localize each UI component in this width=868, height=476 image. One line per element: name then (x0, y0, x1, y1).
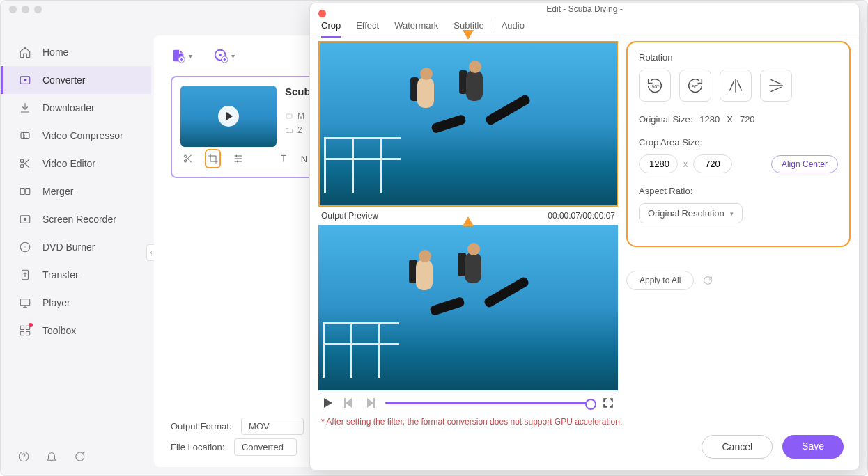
sidebar-item-home[interactable]: Home (1, 38, 151, 66)
sidebar-item-downloader[interactable]: Downloader (1, 94, 151, 122)
player-controls (318, 390, 618, 415)
orig-height: 720 (740, 114, 755, 125)
align-center-button[interactable]: Align Center (771, 155, 838, 173)
add-disc-button[interactable]: ▾ (213, 48, 235, 63)
aspect-ratio-select[interactable]: Original Resolution ▾ (639, 203, 743, 223)
chevron-down-icon: ▾ (730, 210, 734, 217)
rotate-cw-button[interactable]: 90° (679, 70, 711, 102)
traffic-light-close[interactable] (9, 6, 17, 13)
tab-audio[interactable]: Audio (502, 20, 525, 38)
tab-highlight-marker (493, 20, 493, 33)
orig-width: 1280 (699, 114, 720, 125)
sidebar-item-dvd[interactable]: DVD Burner (1, 233, 151, 261)
chat-icon[interactable] (73, 450, 86, 463)
prev-frame-button[interactable] (343, 397, 355, 408)
card-actions: N (180, 149, 307, 168)
svg-point-20 (219, 54, 222, 56)
player-icon (19, 296, 31, 309)
video-title: Scub (285, 86, 307, 97)
output-format-select[interactable]: MOV (241, 418, 304, 435)
video-meta-format: M (285, 111, 307, 121)
traffic-light-max[interactable] (34, 6, 42, 13)
crop-settings-panel: Rotation 90° 90° Original Size: 1280 X 7… (626, 41, 851, 247)
tab-watermark[interactable]: Watermark (394, 20, 438, 38)
svg-text:90°: 90° (692, 84, 699, 89)
crop-size-label: Crop Area Size: (639, 137, 838, 148)
play-button[interactable] (323, 397, 334, 408)
svg-rect-29 (373, 398, 375, 408)
cut-button[interactable] (180, 149, 195, 168)
sidebar-item-player[interactable]: Player (1, 289, 151, 317)
file-location-row: File Location: Converted (171, 438, 297, 456)
sidebar-item-converter[interactable]: Converter (1, 66, 151, 94)
sidebar-item-label: Toolbox (42, 325, 76, 336)
video-card[interactable]: Scub M 2 N (171, 76, 317, 178)
sidebar-item-toolbox[interactable]: Toolbox (1, 317, 151, 344)
video-thumbnail[interactable] (180, 86, 277, 147)
svg-rect-12 (20, 299, 30, 306)
svg-rect-16 (26, 332, 30, 335)
fullscreen-button[interactable] (603, 397, 614, 408)
sidebar-item-merger[interactable]: Merger (1, 177, 151, 205)
crop-button[interactable] (205, 149, 221, 168)
sidebar-item-label: Home (42, 47, 68, 58)
play-icon (218, 106, 239, 127)
cancel-button[interactable]: Cancel (702, 435, 773, 459)
seek-slider[interactable] (385, 402, 593, 404)
disc-icon (19, 241, 31, 253)
crop-width-input[interactable]: 1280 (639, 154, 678, 173)
adjust-button[interactable] (231, 149, 245, 168)
gpu-warning-text: * After setting the filter, the format c… (310, 415, 859, 428)
preview-image (320, 42, 617, 205)
tab-effect[interactable]: Effect (356, 20, 379, 38)
output-format-row: Output Format: MOV (171, 418, 304, 435)
sidebar-item-label: Merger (42, 186, 73, 197)
next-frame-button[interactable] (364, 397, 375, 408)
converter-icon (19, 74, 31, 86)
notification-dot (29, 323, 33, 327)
svg-point-9 (20, 242, 30, 252)
sidebar-item-label: Video Compressor (42, 130, 123, 141)
add-file-button[interactable]: ▾ (171, 48, 192, 63)
flip-horizontal-button[interactable] (720, 70, 752, 102)
footer-icons (17, 450, 86, 463)
svg-marker-28 (367, 398, 373, 408)
edit-modal: Edit - Scuba Diving - Crop Effect Waterm… (309, 3, 860, 470)
svg-point-3 (20, 159, 24, 163)
svg-rect-6 (26, 189, 30, 195)
modal-close-button[interactable] (318, 10, 326, 17)
merge-icon (19, 185, 31, 198)
flip-vertical-button[interactable] (760, 70, 792, 102)
crop-preview[interactable] (318, 41, 618, 207)
crop-height-input[interactable]: 720 (693, 154, 732, 173)
svg-point-23 (184, 155, 186, 157)
svg-rect-22 (286, 114, 292, 118)
sidebar-item-recorder[interactable]: Screen Recorder (1, 205, 151, 233)
rotate-ccw-button[interactable]: 90° (639, 70, 671, 102)
apply-to-all-button[interactable]: Apply to All (626, 271, 694, 290)
reset-icon[interactable] (702, 275, 713, 286)
sidebar-item-transfer[interactable]: Transfer (1, 261, 151, 289)
svg-point-24 (184, 160, 186, 162)
help-icon[interactable] (17, 450, 30, 463)
sidebar-item-compressor[interactable]: Video Compressor (1, 122, 151, 150)
sidebar-item-label: Screen Recorder (42, 214, 116, 225)
save-button[interactable]: Save (782, 435, 844, 459)
text-button[interactable] (276, 149, 290, 168)
aspect-ratio-label: Aspect Ratio: (639, 186, 838, 196)
bell-icon[interactable] (45, 450, 58, 463)
svg-rect-13 (20, 326, 24, 329)
sidebar-item-editor[interactable]: Video Editor (1, 150, 151, 177)
svg-text:90°: 90° (651, 84, 659, 89)
tab-crop[interactable]: Crop (321, 20, 341, 38)
preview-column: Output Preview 00:00:07/00:00:07 (318, 41, 618, 415)
preview-time: 00:00:07/00:00:07 (548, 211, 615, 221)
original-size-row: Original Size: 1280 X 720 (639, 114, 838, 125)
file-location-select[interactable]: Converted (234, 438, 297, 456)
svg-point-10 (24, 246, 26, 248)
sidebar-item-label: Downloader (42, 102, 95, 113)
rotation-label: Rotation (639, 52, 838, 63)
record-icon (19, 213, 31, 225)
traffic-light-min[interactable] (22, 6, 29, 13)
compress-icon (19, 129, 31, 142)
